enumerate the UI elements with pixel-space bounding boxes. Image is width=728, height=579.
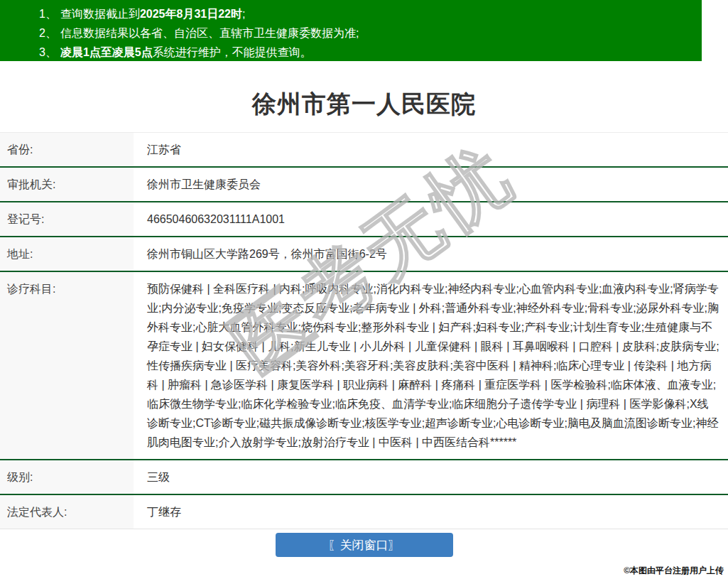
field-label: 省份: (0, 133, 134, 166)
info-row-registration-number: 登记号: 46650460632031111A1001 (0, 202, 728, 237)
info-row-level: 级别: 三级 (0, 460, 728, 495)
notice-number: 2、 (39, 27, 57, 39)
field-value: 预防保健科 | 全科医疗科 | 内科;呼吸内科专业;消化内科专业;神经内科专业;… (134, 272, 728, 459)
field-label: 地址: (0, 237, 134, 271)
field-label: 诊疗科目: (0, 272, 134, 459)
notice-item: 3、凌晨1点至凌晨5点系统进行维护，不能提供查询。 (39, 43, 702, 62)
field-label: 法定代表人: (0, 495, 134, 529)
info-row-province: 省份: 江苏省 (0, 133, 728, 168)
notice-item: 1、查询数据截止到2025年8月31日22时; (39, 4, 702, 23)
notice-text: 查询数据截止到 (60, 8, 140, 20)
notice-text-bold: 凌晨1点至凌晨5点 (60, 46, 153, 58)
notice-number: 3、 (39, 46, 57, 58)
button-bar: 〖关闭窗口〗 (0, 533, 728, 557)
field-value: 丁继存 (134, 495, 728, 529)
close-window-button[interactable]: 〖关闭窗口〗 (276, 533, 453, 557)
notice-text-bold: 2025年8月31日22时 (140, 8, 242, 20)
info-row-legal-representative: 法定代表人: 丁继存 (0, 495, 728, 529)
hospital-title: 徐州市第一人民医院 (0, 88, 728, 121)
field-label: 审批机关: (0, 168, 134, 201)
field-label: 级别: (0, 460, 134, 494)
notice-text: 信息数据结果以各省、自治区、直辖市卫生健康委数据为准; (60, 27, 359, 39)
notice-list: 1、查询数据截止到2025年8月31日22时; 2、信息数据结果以各省、自治区、… (39, 4, 702, 62)
notice-text: ; (242, 8, 245, 20)
field-value: 徐州市铜山区大学路269号，徐州市富国街6-2号 (134, 237, 728, 271)
notice-banner: 1、查询数据截止到2025年8月31日22时; 2、信息数据结果以各省、自治区、… (0, 0, 702, 61)
info-row-approval-authority: 审批机关: 徐州市卫生健康委员会 (0, 168, 728, 202)
info-row-address: 地址: 徐州市铜山区大学路269号，徐州市富国街6-2号 (0, 237, 728, 272)
field-value: 江苏省 (134, 133, 728, 166)
notice-number: 1、 (39, 8, 57, 20)
info-row-medical-subjects: 诊疗科目: 预防保健科 | 全科医疗科 | 内科;呼吸内科专业;消化内科专业;神… (0, 272, 728, 460)
field-value: 三级 (134, 460, 728, 494)
notice-item: 2、信息数据结果以各省、自治区、直辖市卫生健康委数据为准; (39, 23, 702, 43)
hospital-info-table: 省份: 江苏省 审批机关: 徐州市卫生健康委员会 登记号: 4665046063… (0, 132, 728, 529)
notice-text: 系统进行维护，不能提供查询。 (153, 46, 312, 58)
field-value: 徐州市卫生健康委员会 (134, 168, 728, 201)
field-label: 登记号: (0, 202, 134, 236)
field-value: 46650460632031111A1001 (134, 202, 728, 236)
image-credit: ©本图由平台注册用户上传 (624, 565, 724, 577)
